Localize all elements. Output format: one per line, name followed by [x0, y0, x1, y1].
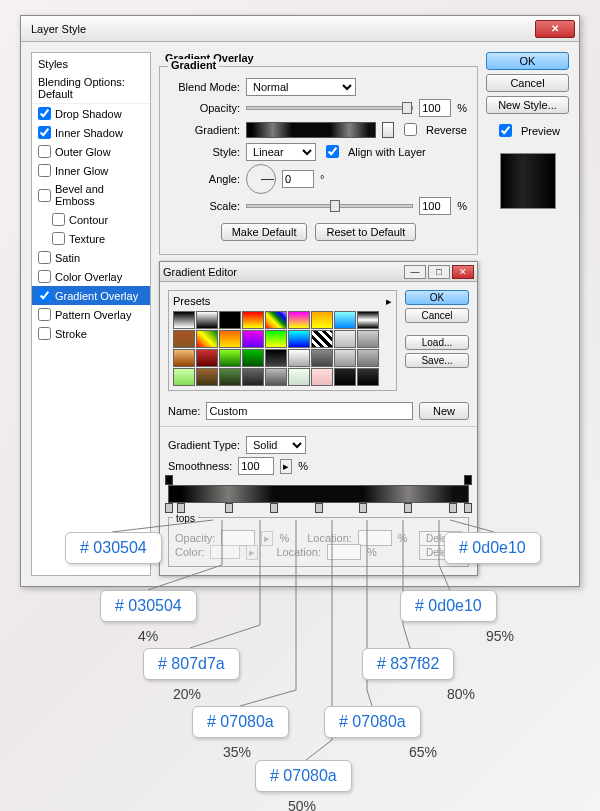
make-default-button[interactable]: Make Default: [221, 223, 308, 241]
preset-swatch[interactable]: [219, 349, 241, 367]
preset-swatch[interactable]: [219, 330, 241, 348]
name-input[interactable]: [206, 402, 413, 420]
preset-swatch[interactable]: [265, 311, 287, 329]
preset-swatch[interactable]: [265, 349, 287, 367]
style-checkbox[interactable]: [38, 327, 51, 340]
preset-swatch[interactable]: [173, 349, 195, 367]
preset-swatch[interactable]: [311, 368, 333, 386]
color-stop[interactable]: [165, 503, 173, 513]
color-stop[interactable]: [464, 503, 472, 513]
preset-swatch[interactable]: [288, 349, 310, 367]
ge-load-button[interactable]: Load...: [405, 335, 469, 350]
preset-swatch[interactable]: [265, 368, 287, 386]
style-checkbox[interactable]: [38, 289, 51, 302]
style-checkbox[interactable]: [38, 126, 51, 139]
preset-swatch[interactable]: [196, 330, 218, 348]
gradient-preview[interactable]: [246, 122, 376, 138]
close-icon[interactable]: ✕: [535, 20, 575, 38]
preview-checkbox[interactable]: [499, 124, 512, 137]
preset-swatch[interactable]: [173, 311, 195, 329]
ge-ok-button[interactable]: OK: [405, 290, 469, 305]
opacity-stop[interactable]: [464, 475, 472, 485]
opacity-slider[interactable]: [246, 106, 413, 110]
smooth-stepper-icon[interactable]: ▸: [280, 459, 292, 474]
preset-swatch[interactable]: [357, 349, 379, 367]
ok-button[interactable]: OK: [486, 52, 569, 70]
style-item[interactable]: Bevel and Emboss: [32, 180, 150, 210]
color-stop[interactable]: [225, 503, 233, 513]
blend-mode-select[interactable]: Normal: [246, 78, 356, 96]
preset-swatch[interactable]: [357, 330, 379, 348]
ge-new-button[interactable]: New: [419, 402, 469, 420]
color-stop[interactable]: [315, 503, 323, 513]
preset-swatch[interactable]: [288, 368, 310, 386]
reset-default-button[interactable]: Reset to Default: [315, 223, 416, 241]
style-item[interactable]: Pattern Overlay: [32, 305, 150, 324]
color-stop[interactable]: [177, 503, 185, 513]
style-item[interactable]: Outer Glow: [32, 142, 150, 161]
color-stop[interactable]: [449, 503, 457, 513]
presets-menu-icon[interactable]: ▸: [386, 295, 392, 308]
style-item[interactable]: Satin: [32, 248, 150, 267]
preset-swatch[interactable]: [334, 349, 356, 367]
gradient-dropdown-icon[interactable]: [382, 122, 394, 138]
preset-swatch[interactable]: [242, 349, 264, 367]
color-stop[interactable]: [359, 503, 367, 513]
style-item[interactable]: Stroke: [32, 324, 150, 343]
preset-swatch[interactable]: [311, 330, 333, 348]
scale-slider[interactable]: [246, 204, 413, 208]
style-checkbox[interactable]: [38, 164, 51, 177]
style-item[interactable]: Texture: [32, 229, 150, 248]
minimize-icon[interactable]: —: [404, 265, 426, 279]
style-checkbox[interactable]: [52, 213, 65, 226]
preset-swatch[interactable]: [334, 368, 356, 386]
preset-swatch[interactable]: [311, 311, 333, 329]
preset-swatch[interactable]: [219, 368, 241, 386]
preset-swatch[interactable]: [288, 330, 310, 348]
angle-dial[interactable]: [246, 164, 276, 194]
preset-swatch[interactable]: [242, 330, 264, 348]
gradient-track[interactable]: [168, 485, 469, 503]
preset-swatch[interactable]: [357, 311, 379, 329]
preset-swatch[interactable]: [288, 311, 310, 329]
preset-swatch[interactable]: [196, 368, 218, 386]
style-item[interactable]: Gradient Overlay: [32, 286, 150, 305]
reverse-checkbox[interactable]: [404, 123, 417, 136]
style-checkbox[interactable]: [38, 107, 51, 120]
preset-swatch[interactable]: [173, 368, 195, 386]
opacity-input[interactable]: [419, 99, 451, 117]
preset-swatch[interactable]: [357, 368, 379, 386]
align-checkbox[interactable]: [326, 145, 339, 158]
preset-swatch[interactable]: [173, 330, 195, 348]
style-item[interactable]: Color Overlay: [32, 267, 150, 286]
preset-swatch[interactable]: [334, 330, 356, 348]
style-checkbox[interactable]: [38, 308, 51, 321]
close-icon[interactable]: ✕: [452, 265, 474, 279]
angle-input[interactable]: [282, 170, 314, 188]
maximize-icon[interactable]: □: [428, 265, 450, 279]
ge-cancel-button[interactable]: Cancel: [405, 308, 469, 323]
preset-swatch[interactable]: [219, 311, 241, 329]
preset-swatch[interactable]: [196, 349, 218, 367]
cancel-button[interactable]: Cancel: [486, 74, 569, 92]
style-checkbox[interactable]: [38, 145, 51, 158]
style-item[interactable]: Inner Glow: [32, 161, 150, 180]
style-item[interactable]: Contour: [32, 210, 150, 229]
preset-swatch[interactable]: [196, 311, 218, 329]
style-checkbox[interactable]: [38, 270, 51, 283]
ge-save-button[interactable]: Save...: [405, 353, 469, 368]
blending-options[interactable]: Blending Options: Default: [32, 73, 150, 104]
preset-swatch[interactable]: [334, 311, 356, 329]
preset-swatch[interactable]: [311, 349, 333, 367]
style-checkbox[interactable]: [52, 232, 65, 245]
color-stop[interactable]: [404, 503, 412, 513]
gradtype-select[interactable]: Solid: [246, 436, 306, 454]
preset-swatch[interactable]: [242, 368, 264, 386]
style-select[interactable]: Linear: [246, 143, 316, 161]
style-checkbox[interactable]: [38, 189, 51, 202]
style-item[interactable]: Drop Shadow: [32, 104, 150, 123]
style-item[interactable]: Inner Shadow: [32, 123, 150, 142]
preset-swatch[interactable]: [265, 330, 287, 348]
preset-swatch[interactable]: [242, 311, 264, 329]
style-checkbox[interactable]: [38, 251, 51, 264]
